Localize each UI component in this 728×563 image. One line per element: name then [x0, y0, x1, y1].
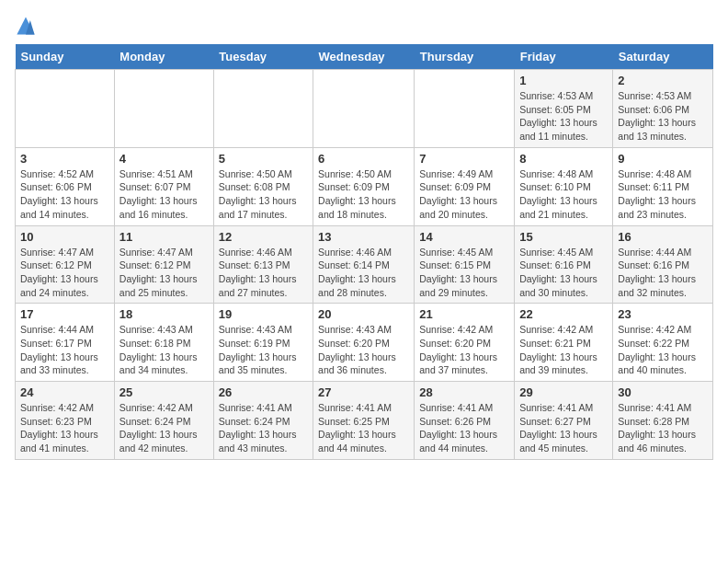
- day-cell: 22Sunrise: 4:42 AMSunset: 6:21 PMDayligh…: [515, 304, 613, 382]
- day-cell: 15Sunrise: 4:45 AMSunset: 6:16 PMDayligh…: [515, 225, 613, 304]
- day-cell: 11Sunrise: 4:47 AMSunset: 6:12 PMDayligh…: [114, 225, 213, 304]
- header-row: SundayMondayTuesdayWednesdayThursdayFrid…: [16, 44, 713, 70]
- day-info: Sunrise: 4:45 AMSunset: 6:15 PMDaylight:…: [419, 246, 509, 300]
- day-cell: 13Sunrise: 4:46 AMSunset: 6:14 PMDayligh…: [313, 225, 415, 304]
- day-number: 16: [618, 230, 708, 244]
- column-header-wednesday: Wednesday: [313, 44, 415, 70]
- day-cell: 29Sunrise: 4:41 AMSunset: 6:27 PMDayligh…: [515, 382, 613, 460]
- day-cell: 21Sunrise: 4:42 AMSunset: 6:20 PMDayligh…: [415, 304, 515, 382]
- day-info: Sunrise: 4:42 AMSunset: 6:22 PMDaylight:…: [618, 323, 708, 377]
- day-number: 20: [318, 307, 409, 321]
- day-cell: 27Sunrise: 4:41 AMSunset: 6:25 PMDayligh…: [313, 382, 415, 460]
- day-cell: 4Sunrise: 4:51 AMSunset: 6:07 PMDaylight…: [114, 147, 213, 225]
- day-number: 29: [519, 385, 608, 399]
- day-info: Sunrise: 4:48 AMSunset: 6:11 PMDaylight:…: [618, 167, 708, 222]
- day-cell: [114, 70, 213, 148]
- day-number: 8: [519, 152, 608, 166]
- day-number: 17: [20, 307, 109, 321]
- logo: [15, 15, 40, 37]
- day-number: 10: [20, 230, 109, 244]
- day-info: Sunrise: 4:41 AMSunset: 6:25 PMDaylight:…: [318, 401, 409, 455]
- day-number: 7: [419, 152, 509, 166]
- day-number: 1: [519, 74, 608, 87]
- day-info: Sunrise: 4:42 AMSunset: 6:24 PMDaylight:…: [119, 401, 209, 455]
- column-header-saturday: Saturday: [613, 44, 713, 70]
- day-cell: 23Sunrise: 4:42 AMSunset: 6:22 PMDayligh…: [613, 304, 713, 382]
- day-cell: 26Sunrise: 4:41 AMSunset: 6:24 PMDayligh…: [213, 382, 313, 460]
- day-info: Sunrise: 4:52 AMSunset: 6:06 PMDaylight:…: [20, 167, 109, 222]
- column-header-tuesday: Tuesday: [213, 44, 313, 70]
- day-info: Sunrise: 4:42 AMSunset: 6:21 PMDaylight:…: [519, 323, 608, 377]
- day-cell: 9Sunrise: 4:48 AMSunset: 6:11 PMDaylight…: [613, 147, 713, 225]
- week-row-1: 1Sunrise: 4:53 AMSunset: 6:05 PMDaylight…: [16, 70, 713, 148]
- day-number: 30: [618, 385, 708, 399]
- week-row-2: 3Sunrise: 4:52 AMSunset: 6:06 PMDaylight…: [16, 147, 713, 225]
- day-cell: 8Sunrise: 4:48 AMSunset: 6:10 PMDaylight…: [515, 147, 613, 225]
- day-number: 3: [20, 152, 109, 166]
- day-number: 24: [20, 385, 109, 399]
- day-number: 9: [618, 152, 708, 166]
- day-info: Sunrise: 4:44 AMSunset: 6:17 PMDaylight:…: [20, 323, 109, 377]
- logo-icon: [15, 15, 37, 37]
- day-cell: 19Sunrise: 4:43 AMSunset: 6:19 PMDayligh…: [213, 304, 313, 382]
- day-info: Sunrise: 4:45 AMSunset: 6:16 PMDaylight:…: [519, 246, 608, 300]
- day-cell: 3Sunrise: 4:52 AMSunset: 6:06 PMDaylight…: [16, 147, 115, 225]
- day-number: 11: [119, 230, 209, 244]
- day-cell: 20Sunrise: 4:43 AMSunset: 6:20 PMDayligh…: [313, 304, 415, 382]
- day-cell: 6Sunrise: 4:50 AMSunset: 6:09 PMDaylight…: [313, 147, 415, 225]
- day-info: Sunrise: 4:41 AMSunset: 6:26 PMDaylight:…: [419, 401, 509, 455]
- day-cell: 17Sunrise: 4:44 AMSunset: 6:17 PMDayligh…: [16, 304, 115, 382]
- day-number: 12: [219, 230, 308, 244]
- day-number: 2: [618, 74, 708, 87]
- day-cell: [415, 70, 515, 148]
- day-info: Sunrise: 4:51 AMSunset: 6:07 PMDaylight:…: [119, 167, 209, 222]
- day-info: Sunrise: 4:41 AMSunset: 6:27 PMDaylight:…: [519, 401, 608, 455]
- day-info: Sunrise: 4:43 AMSunset: 6:18 PMDaylight:…: [119, 323, 209, 377]
- day-number: 27: [318, 385, 409, 399]
- column-header-thursday: Thursday: [415, 44, 515, 70]
- day-info: Sunrise: 4:47 AMSunset: 6:12 PMDaylight:…: [119, 246, 209, 300]
- day-number: 23: [618, 307, 708, 321]
- day-info: Sunrise: 4:42 AMSunset: 6:20 PMDaylight:…: [419, 323, 509, 377]
- day-info: Sunrise: 4:47 AMSunset: 6:12 PMDaylight:…: [20, 246, 109, 300]
- week-row-3: 10Sunrise: 4:47 AMSunset: 6:12 PMDayligh…: [16, 225, 713, 304]
- day-cell: 14Sunrise: 4:45 AMSunset: 6:15 PMDayligh…: [415, 225, 515, 304]
- day-info: Sunrise: 4:50 AMSunset: 6:08 PMDaylight:…: [219, 167, 308, 222]
- day-info: Sunrise: 4:41 AMSunset: 6:28 PMDaylight:…: [618, 401, 708, 455]
- day-info: Sunrise: 4:48 AMSunset: 6:10 PMDaylight:…: [519, 167, 608, 222]
- day-info: Sunrise: 4:43 AMSunset: 6:20 PMDaylight:…: [318, 323, 409, 377]
- day-info: Sunrise: 4:41 AMSunset: 6:24 PMDaylight:…: [219, 401, 308, 455]
- day-number: 13: [318, 230, 409, 244]
- day-info: Sunrise: 4:43 AMSunset: 6:19 PMDaylight:…: [219, 323, 308, 377]
- column-header-monday: Monday: [114, 44, 213, 70]
- week-row-5: 24Sunrise: 4:42 AMSunset: 6:23 PMDayligh…: [16, 382, 713, 460]
- day-info: Sunrise: 4:46 AMSunset: 6:13 PMDaylight:…: [219, 246, 308, 300]
- day-info: Sunrise: 4:49 AMSunset: 6:09 PMDaylight:…: [419, 167, 509, 222]
- day-number: 14: [419, 230, 509, 244]
- day-cell: 5Sunrise: 4:50 AMSunset: 6:08 PMDaylight…: [213, 147, 313, 225]
- day-cell: 30Sunrise: 4:41 AMSunset: 6:28 PMDayligh…: [613, 382, 713, 460]
- day-cell: 7Sunrise: 4:49 AMSunset: 6:09 PMDaylight…: [415, 147, 515, 225]
- day-cell: [213, 70, 313, 148]
- day-cell: 28Sunrise: 4:41 AMSunset: 6:26 PMDayligh…: [415, 382, 515, 460]
- day-number: 28: [419, 385, 509, 399]
- day-info: Sunrise: 4:44 AMSunset: 6:16 PMDaylight:…: [618, 246, 708, 300]
- day-cell: [16, 70, 115, 148]
- day-cell: [313, 70, 415, 148]
- day-number: 19: [219, 307, 308, 321]
- day-cell: 2Sunrise: 4:53 AMSunset: 6:06 PMDaylight…: [613, 70, 713, 148]
- day-info: Sunrise: 4:53 AMSunset: 6:06 PMDaylight:…: [618, 89, 708, 144]
- day-cell: 12Sunrise: 4:46 AMSunset: 6:13 PMDayligh…: [213, 225, 313, 304]
- day-cell: 18Sunrise: 4:43 AMSunset: 6:18 PMDayligh…: [114, 304, 213, 382]
- day-cell: 16Sunrise: 4:44 AMSunset: 6:16 PMDayligh…: [613, 225, 713, 304]
- column-header-sunday: Sunday: [16, 44, 115, 70]
- day-info: Sunrise: 4:53 AMSunset: 6:05 PMDaylight:…: [519, 89, 608, 144]
- day-cell: 1Sunrise: 4:53 AMSunset: 6:05 PMDaylight…: [515, 70, 613, 148]
- day-number: 26: [219, 385, 308, 399]
- day-cell: 24Sunrise: 4:42 AMSunset: 6:23 PMDayligh…: [16, 382, 115, 460]
- day-number: 15: [519, 230, 608, 244]
- page-header: [15, 15, 713, 37]
- day-info: Sunrise: 4:46 AMSunset: 6:14 PMDaylight:…: [318, 246, 409, 300]
- day-info: Sunrise: 4:50 AMSunset: 6:09 PMDaylight:…: [318, 167, 409, 222]
- week-row-4: 17Sunrise: 4:44 AMSunset: 6:17 PMDayligh…: [16, 304, 713, 382]
